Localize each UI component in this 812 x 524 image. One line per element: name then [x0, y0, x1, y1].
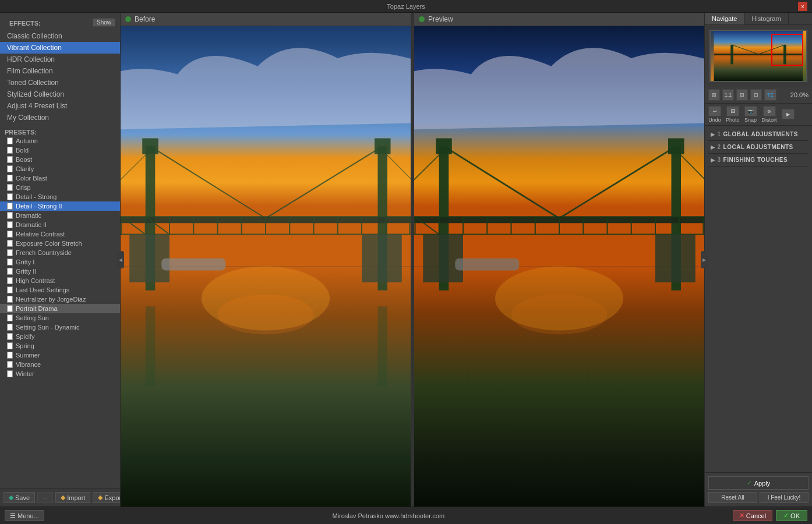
controls-row: ⊞ 1:1 ⊟ ⊡ TZ 20.0%	[705, 87, 812, 104]
topaz-logo-button[interactable]: TZ	[764, 89, 776, 101]
effect-stylized-collection[interactable]: Stylized Collection	[0, 88, 120, 100]
effect-toned-collection[interactable]: Toned Collection	[0, 77, 120, 88]
effect-my-collection[interactable]: My Collection	[0, 112, 120, 123]
presets-label: PRESETS:	[0, 125, 41, 137]
svg-rect-31	[129, 235, 170, 283]
local-adj-arrow: ▶	[711, 144, 715, 150]
preset-neutralizer[interactable]: Neutralizer by JorgeDiaz	[0, 295, 120, 304]
preset-dramatic[interactable]: Dramatic	[0, 211, 120, 220]
presets-list: Autumn Bold Boost Clarity Color Blast Cr…	[0, 136, 120, 378]
preset-icon	[7, 249, 13, 256]
snap-button[interactable]: 📷 Snap	[744, 106, 757, 123]
ok-button[interactable]: ✓ OK	[776, 510, 807, 521]
close-button[interactable]: ×	[798, 2, 807, 11]
svg-rect-32	[362, 235, 402, 283]
finishing-adj-num: 3	[718, 157, 721, 163]
finishing-touches-row[interactable]: ▶ 3 FINISHING TOUCHES	[708, 154, 809, 167]
bottom-action-row: Reset All I Feel Lucky!	[708, 492, 809, 503]
apply-button[interactable]: ✓ Apply	[708, 476, 809, 490]
collapse-left-arrow[interactable]: ◀	[117, 251, 124, 268]
undo-button[interactable]: ↩ Undo	[708, 106, 721, 123]
svg-rect-72	[455, 259, 519, 271]
center-area: Before	[121, 13, 704, 507]
grid-view-button[interactable]: ⊟	[736, 89, 748, 101]
feel-lucky-button[interactable]: I Feel Lucky!	[760, 492, 809, 503]
reset-all-button[interactable]: Reset All	[708, 492, 757, 503]
svg-point-36	[218, 295, 314, 335]
preset-exposure-color-stretch[interactable]: Exposure Color Stretch	[0, 239, 120, 248]
nav-hist-tabs: Navigate Histogram	[705, 13, 812, 25]
effects-label: EFFECTS:	[5, 16, 45, 29]
export-button[interactable]: ◆ Export	[93, 492, 121, 503]
import-button[interactable]: ◆ Import	[55, 492, 90, 503]
preset-dramatic-ii[interactable]: Dramatic II	[0, 220, 120, 229]
collapse-right-arrow[interactable]: ▶	[701, 251, 708, 268]
global-adjustments-row[interactable]: ▶ 1 GLOBAL ADJUSTMENTS	[708, 128, 809, 141]
preset-crisp[interactable]: Crisp	[0, 183, 120, 192]
preset-gritty-ii[interactable]: Gritty II	[0, 267, 120, 276]
import-icon: ◆	[61, 494, 65, 501]
global-adj-arrow: ▶	[711, 132, 715, 137]
menu-button[interactable]: ☰ Menu...	[5, 510, 44, 521]
title-bar: Topaz Layers ×	[0, 0, 812, 13]
preset-setting-sun[interactable]: Setting Sun	[0, 313, 120, 323]
preset-detail-strong-ii[interactable]: Detail - Strong II	[0, 201, 120, 211]
svg-rect-37	[161, 259, 225, 271]
preset-bold[interactable]: Bold	[0, 146, 120, 155]
local-adjustments-row[interactable]: ▶ 2 LOCAL ADJUSTMENTS	[708, 141, 809, 154]
preset-icon	[7, 314, 13, 321]
preset-detail-strong[interactable]: Detail - Strong	[0, 192, 120, 201]
effect-adjust4-preset[interactable]: Adjust 4 Preset List	[0, 100, 120, 112]
preset-clarity[interactable]: Clarity	[0, 164, 120, 174]
effects-header: EFFECTS: Show	[0, 13, 120, 30]
zoom-1to1-button[interactable]: 1:1	[722, 89, 734, 101]
preset-relative-contrast[interactable]: Relative Contrast	[0, 229, 120, 239]
show-button[interactable]: Show	[93, 18, 115, 27]
photo-button[interactable]: 🖼 Photo	[726, 106, 740, 123]
more-button[interactable]: ▶	[782, 109, 795, 120]
preview-bridge-image	[414, 26, 704, 507]
preset-icon	[7, 370, 13, 377]
preset-icon	[7, 184, 13, 191]
preset-icon	[7, 296, 13, 303]
unknown-button[interactable]: ···	[37, 492, 53, 503]
effect-film-collection[interactable]: Film Collection	[0, 65, 120, 77]
preset-autumn[interactable]: Autumn	[0, 136, 120, 146]
preset-high-contrast[interactable]: High Contrast	[0, 276, 120, 285]
zoom-level: 20.0%	[790, 91, 809, 98]
preset-icon	[7, 212, 13, 219]
preset-portrait-drama[interactable]: Portrait Drama	[0, 304, 120, 313]
preset-boost[interactable]: Boost	[0, 155, 120, 164]
watermark-text: Miroslav Petrasko www.hdrshooter.com	[332, 512, 444, 519]
preset-vibrance[interactable]: Vibrance	[0, 360, 120, 369]
distort-button[interactable]: ⊗ Distort	[762, 106, 777, 123]
navigate-tab[interactable]: Navigate	[705, 13, 744, 24]
preset-icon	[7, 147, 13, 154]
preset-last-used[interactable]: Last Used Settings	[0, 285, 120, 295]
preset-winter[interactable]: Winter	[0, 369, 120, 378]
histogram-tab[interactable]: Histogram	[744, 13, 788, 24]
preset-gritty-i[interactable]: Gritty I	[0, 257, 120, 267]
preset-setting-sun-dynamic[interactable]: Setting Sun - Dynamic	[0, 323, 120, 332]
save-preset-button[interactable]: ◆ Save	[3, 492, 35, 503]
preset-icon	[7, 277, 13, 284]
distort-icon: ⊗	[763, 106, 776, 116]
preset-spring[interactable]: Spring	[0, 341, 120, 350]
cancel-button[interactable]: ✕ Cancel	[733, 510, 772, 521]
effect-vibrant-collection[interactable]: Vibrant Collection	[0, 42, 120, 54]
right-sidebar: Navigate Histogram	[704, 13, 812, 507]
effect-classic-collection[interactable]: Classic Collection	[0, 30, 120, 42]
preset-icon	[7, 165, 13, 172]
preset-icon	[7, 259, 13, 265]
preset-spicify[interactable]: Spicify	[0, 332, 120, 341]
preview-panel: Preview	[414, 13, 704, 507]
effect-hdr-collection[interactable]: HDR Collection	[0, 54, 120, 65]
preset-french-countryside[interactable]: French Countryside	[0, 248, 120, 257]
svg-rect-68	[423, 235, 463, 283]
preset-color-blast[interactable]: Color Blast	[0, 174, 120, 183]
right-bottom-area: ✓ Apply Reset All I Feel Lucky!	[705, 472, 812, 507]
zoom-fit-button[interactable]: ⊞	[708, 89, 720, 101]
before-panel-header: Before	[121, 13, 411, 26]
preset-summer[interactable]: Summer	[0, 350, 120, 360]
fullscreen-button[interactable]: ⊡	[750, 89, 762, 101]
